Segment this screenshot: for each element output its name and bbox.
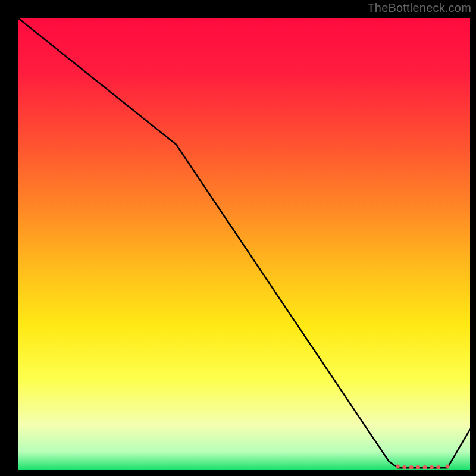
- chart-svg: [0, 0, 476, 476]
- gradient-background: [18, 18, 470, 470]
- marker-point: [430, 465, 434, 469]
- marker-point: [396, 465, 400, 469]
- chart-container: TheBottleneck.com: [0, 0, 476, 476]
- marker-point: [409, 465, 414, 469]
- marker-point: [416, 465, 420, 469]
- marker-point: [436, 465, 440, 469]
- marker-point: [423, 465, 427, 469]
- marker-point: [446, 465, 450, 469]
- marker-point: [402, 465, 406, 469]
